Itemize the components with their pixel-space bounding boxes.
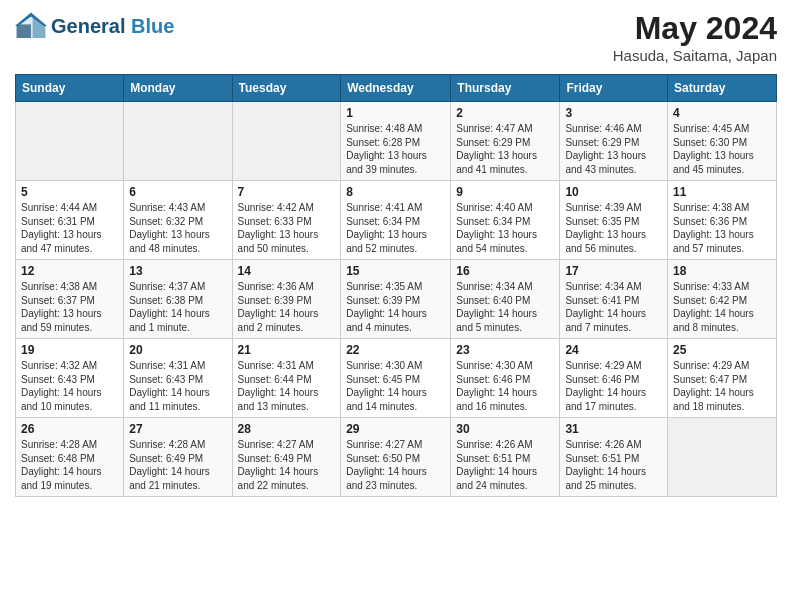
calendar-cell: 31Sunrise: 4:26 AM Sunset: 6:51 PM Dayli… (560, 418, 668, 497)
day-number: 1 (346, 106, 445, 120)
logo-icon (15, 10, 47, 42)
day-number: 15 (346, 264, 445, 278)
day-number: 8 (346, 185, 445, 199)
day-number: 28 (238, 422, 336, 436)
day-number: 19 (21, 343, 118, 357)
calendar-cell: 3Sunrise: 4:46 AM Sunset: 6:29 PM Daylig… (560, 102, 668, 181)
day-info: Sunrise: 4:26 AM Sunset: 6:51 PM Dayligh… (456, 438, 554, 492)
week-row-2: 12Sunrise: 4:38 AM Sunset: 6:37 PM Dayli… (16, 260, 777, 339)
calendar-cell: 24Sunrise: 4:29 AM Sunset: 6:46 PM Dayli… (560, 339, 668, 418)
day-info: Sunrise: 4:28 AM Sunset: 6:49 PM Dayligh… (129, 438, 226, 492)
calendar-cell: 5Sunrise: 4:44 AM Sunset: 6:31 PM Daylig… (16, 181, 124, 260)
day-number: 4 (673, 106, 771, 120)
column-header-monday: Monday (124, 75, 232, 102)
day-number: 17 (565, 264, 662, 278)
day-number: 20 (129, 343, 226, 357)
day-number: 25 (673, 343, 771, 357)
day-number: 29 (346, 422, 445, 436)
day-info: Sunrise: 4:30 AM Sunset: 6:45 PM Dayligh… (346, 359, 445, 413)
day-number: 30 (456, 422, 554, 436)
day-number: 7 (238, 185, 336, 199)
day-info: Sunrise: 4:27 AM Sunset: 6:50 PM Dayligh… (346, 438, 445, 492)
calendar-cell: 7Sunrise: 4:42 AM Sunset: 6:33 PM Daylig… (232, 181, 341, 260)
calendar-cell: 8Sunrise: 4:41 AM Sunset: 6:34 PM Daylig… (341, 181, 451, 260)
page: General Blue May 2024 Hasuda, Saitama, J… (0, 0, 792, 612)
day-info: Sunrise: 4:38 AM Sunset: 6:36 PM Dayligh… (673, 201, 771, 255)
day-info: Sunrise: 4:39 AM Sunset: 6:35 PM Dayligh… (565, 201, 662, 255)
calendar-cell: 15Sunrise: 4:35 AM Sunset: 6:39 PM Dayli… (341, 260, 451, 339)
logo-blue-text: Blue (131, 15, 174, 37)
day-number: 10 (565, 185, 662, 199)
header: General Blue May 2024 Hasuda, Saitama, J… (15, 10, 777, 64)
day-number: 14 (238, 264, 336, 278)
day-info: Sunrise: 4:47 AM Sunset: 6:29 PM Dayligh… (456, 122, 554, 176)
day-info: Sunrise: 4:27 AM Sunset: 6:49 PM Dayligh… (238, 438, 336, 492)
calendar-cell: 1Sunrise: 4:48 AM Sunset: 6:28 PM Daylig… (341, 102, 451, 181)
day-info: Sunrise: 4:33 AM Sunset: 6:42 PM Dayligh… (673, 280, 771, 334)
day-number: 31 (565, 422, 662, 436)
calendar-cell (668, 418, 777, 497)
week-row-3: 19Sunrise: 4:32 AM Sunset: 6:43 PM Dayli… (16, 339, 777, 418)
calendar-cell: 18Sunrise: 4:33 AM Sunset: 6:42 PM Dayli… (668, 260, 777, 339)
day-info: Sunrise: 4:34 AM Sunset: 6:41 PM Dayligh… (565, 280, 662, 334)
day-info: Sunrise: 4:32 AM Sunset: 6:43 PM Dayligh… (21, 359, 118, 413)
calendar-cell (16, 102, 124, 181)
day-number: 24 (565, 343, 662, 357)
calendar-cell: 13Sunrise: 4:37 AM Sunset: 6:38 PM Dayli… (124, 260, 232, 339)
week-row-4: 26Sunrise: 4:28 AM Sunset: 6:48 PM Dayli… (16, 418, 777, 497)
day-number: 9 (456, 185, 554, 199)
day-info: Sunrise: 4:40 AM Sunset: 6:34 PM Dayligh… (456, 201, 554, 255)
day-info: Sunrise: 4:41 AM Sunset: 6:34 PM Dayligh… (346, 201, 445, 255)
day-info: Sunrise: 4:45 AM Sunset: 6:30 PM Dayligh… (673, 122, 771, 176)
day-info: Sunrise: 4:34 AM Sunset: 6:40 PM Dayligh… (456, 280, 554, 334)
day-number: 26 (21, 422, 118, 436)
calendar-cell: 2Sunrise: 4:47 AM Sunset: 6:29 PM Daylig… (451, 102, 560, 181)
day-number: 23 (456, 343, 554, 357)
calendar-cell: 30Sunrise: 4:26 AM Sunset: 6:51 PM Dayli… (451, 418, 560, 497)
day-number: 6 (129, 185, 226, 199)
calendar-table: SundayMondayTuesdayWednesdayThursdayFrid… (15, 74, 777, 497)
column-header-wednesday: Wednesday (341, 75, 451, 102)
calendar-cell: 4Sunrise: 4:45 AM Sunset: 6:30 PM Daylig… (668, 102, 777, 181)
day-number: 22 (346, 343, 445, 357)
day-number: 18 (673, 264, 771, 278)
calendar-cell (232, 102, 341, 181)
logo: General Blue (15, 10, 174, 42)
day-number: 5 (21, 185, 118, 199)
day-info: Sunrise: 4:28 AM Sunset: 6:48 PM Dayligh… (21, 438, 118, 492)
day-info: Sunrise: 4:37 AM Sunset: 6:38 PM Dayligh… (129, 280, 226, 334)
calendar-cell (124, 102, 232, 181)
calendar-cell: 11Sunrise: 4:38 AM Sunset: 6:36 PM Dayli… (668, 181, 777, 260)
day-info: Sunrise: 4:30 AM Sunset: 6:46 PM Dayligh… (456, 359, 554, 413)
day-number: 27 (129, 422, 226, 436)
day-info: Sunrise: 4:36 AM Sunset: 6:39 PM Dayligh… (238, 280, 336, 334)
day-info: Sunrise: 4:29 AM Sunset: 6:47 PM Dayligh… (673, 359, 771, 413)
day-number: 21 (238, 343, 336, 357)
column-header-friday: Friday (560, 75, 668, 102)
day-info: Sunrise: 4:42 AM Sunset: 6:33 PM Dayligh… (238, 201, 336, 255)
day-number: 13 (129, 264, 226, 278)
calendar-cell: 23Sunrise: 4:30 AM Sunset: 6:46 PM Dayli… (451, 339, 560, 418)
location-subtitle: Hasuda, Saitama, Japan (613, 47, 777, 64)
calendar-cell: 21Sunrise: 4:31 AM Sunset: 6:44 PM Dayli… (232, 339, 341, 418)
calendar-cell: 9Sunrise: 4:40 AM Sunset: 6:34 PM Daylig… (451, 181, 560, 260)
calendar-cell: 22Sunrise: 4:30 AM Sunset: 6:45 PM Dayli… (341, 339, 451, 418)
week-row-1: 5Sunrise: 4:44 AM Sunset: 6:31 PM Daylig… (16, 181, 777, 260)
day-number: 11 (673, 185, 771, 199)
calendar-cell: 20Sunrise: 4:31 AM Sunset: 6:43 PM Dayli… (124, 339, 232, 418)
calendar-cell: 14Sunrise: 4:36 AM Sunset: 6:39 PM Dayli… (232, 260, 341, 339)
calendar-cell: 12Sunrise: 4:38 AM Sunset: 6:37 PM Dayli… (16, 260, 124, 339)
calendar-cell: 16Sunrise: 4:34 AM Sunset: 6:40 PM Dayli… (451, 260, 560, 339)
calendar-cell: 27Sunrise: 4:28 AM Sunset: 6:49 PM Dayli… (124, 418, 232, 497)
header-row: SundayMondayTuesdayWednesdayThursdayFrid… (16, 75, 777, 102)
calendar-header: SundayMondayTuesdayWednesdayThursdayFrid… (16, 75, 777, 102)
week-row-0: 1Sunrise: 4:48 AM Sunset: 6:28 PM Daylig… (16, 102, 777, 181)
day-info: Sunrise: 4:31 AM Sunset: 6:44 PM Dayligh… (238, 359, 336, 413)
day-info: Sunrise: 4:35 AM Sunset: 6:39 PM Dayligh… (346, 280, 445, 334)
logo-general-text: General (51, 15, 125, 37)
column-header-thursday: Thursday (451, 75, 560, 102)
column-header-sunday: Sunday (16, 75, 124, 102)
day-number: 2 (456, 106, 554, 120)
day-number: 12 (21, 264, 118, 278)
calendar-body: 1Sunrise: 4:48 AM Sunset: 6:28 PM Daylig… (16, 102, 777, 497)
